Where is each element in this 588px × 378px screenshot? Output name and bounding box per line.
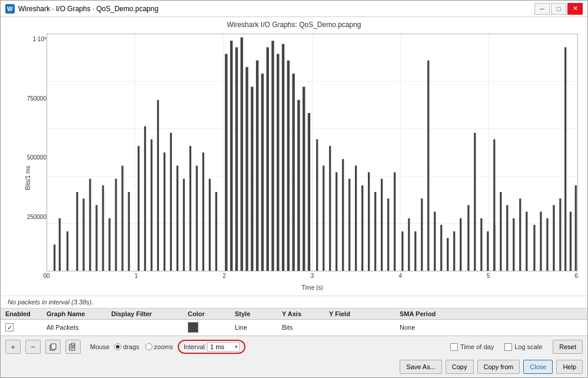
svg-rect-63 [355, 165, 357, 271]
svg-rect-74 [427, 61, 429, 271]
x-tick-1: 1 [135, 273, 138, 283]
svg-rect-40 [225, 54, 227, 271]
main-window: W Wireshark · I/O Graphs · QoS_Demo.pcap… [0, 0, 588, 378]
copy-from-button[interactable]: Copy from [477, 360, 520, 374]
drags-radio[interactable] [114, 343, 121, 350]
svg-rect-20 [89, 179, 91, 271]
svg-rect-53 [292, 74, 294, 271]
paste-graph-button[interactable] [65, 340, 81, 354]
time-of-day-option[interactable]: Time of day [450, 343, 494, 351]
row-style: Line [235, 324, 282, 331]
chart-title: Wireshark I/O Graphs: QoS_Demo.pcapng [1, 17, 587, 31]
svg-rect-26 [128, 192, 129, 271]
minimize-button[interactable]: ─ [534, 3, 550, 15]
close-button[interactable]: Close [523, 360, 553, 374]
svg-rect-18 [76, 192, 78, 271]
paste-icon [69, 343, 77, 351]
svg-rect-22 [102, 185, 104, 271]
col-header-graph-name: Graph Name [46, 310, 111, 317]
col-header-enabled: Enabled [5, 310, 46, 317]
svg-rect-59 [329, 146, 331, 271]
y-axis-ticks: 1·10⁶ 750000 500000 250000 0 [5, 34, 46, 291]
log-scale-checkbox[interactable] [504, 343, 512, 351]
svg-rect-58 [323, 165, 324, 271]
log-scale-option[interactable]: Log scale [504, 343, 542, 351]
svg-rect-48 [266, 47, 268, 271]
time-of-day-label: Time of day [460, 343, 494, 350]
y-axis-label: Bits/1 ms [25, 165, 31, 190]
enabled-checkbox[interactable] [5, 323, 14, 331]
svg-rect-30 [157, 100, 159, 271]
copy-graph-button[interactable] [45, 340, 61, 354]
svg-rect-39 [215, 192, 217, 271]
status-bar: No packets in interval (3.38s). [1, 296, 587, 308]
svg-rect-76 [440, 225, 442, 271]
x-tick-4: 4 [398, 273, 402, 283]
svg-rect-51 [282, 44, 284, 271]
svg-rect-69 [394, 173, 396, 271]
svg-rect-45 [251, 87, 253, 271]
svg-rect-55 [303, 87, 305, 271]
chart-plot-area: Bits/1 ms [46, 34, 578, 291]
reset-button[interactable]: Reset [553, 340, 583, 354]
svg-rect-85 [500, 192, 501, 271]
interval-select[interactable]: 1 ms 10 ms 100 ms 1 s [207, 342, 240, 352]
svg-rect-100 [51, 344, 56, 349]
bottom-toolbar: + − Mouse drags zoom [1, 336, 587, 357]
window-title: Wireshark · I/O Graphs · QoS_Demo.pcapng [18, 5, 534, 13]
time-of-day-checkbox[interactable] [450, 343, 458, 351]
svg-rect-81 [474, 133, 476, 271]
svg-rect-19 [82, 198, 84, 271]
bottom-actions-row: Save As... Copy Copy from Close Help [1, 357, 587, 377]
svg-rect-102 [71, 343, 75, 345]
close-window-button[interactable]: ✕ [567, 3, 583, 15]
save-as-button[interactable]: Save As... [400, 360, 442, 374]
col-header-style: Style [235, 310, 282, 317]
svg-rect-32 [170, 133, 172, 271]
svg-rect-21 [95, 205, 97, 271]
x-axis-ticks: 0 1 2 3 4 5 6 [46, 271, 578, 283]
svg-rect-79 [460, 218, 461, 271]
x-tick-6: 6 [574, 273, 578, 283]
svg-rect-92 [540, 212, 542, 271]
col-header-y-axis: Y Axis [282, 310, 329, 317]
maximize-button[interactable]: □ [551, 3, 566, 15]
zooms-option[interactable]: zooms [145, 343, 173, 350]
y-tick-1m: 1·10⁶ [33, 36, 46, 42]
svg-rect-34 [183, 179, 185, 271]
drags-option[interactable]: drags [114, 343, 139, 350]
svg-rect-29 [151, 140, 152, 271]
svg-rect-98 [575, 185, 577, 271]
color-box[interactable] [188, 322, 198, 333]
row-color-cell[interactable] [188, 322, 235, 333]
title-bar: W Wireshark · I/O Graphs · QoS_Demo.pcap… [1, 1, 587, 17]
interval-group: Interval 1 ms 10 ms 100 ms 1 s [178, 340, 245, 354]
y-tick-250k: 250000 [27, 214, 46, 220]
svg-rect-44 [245, 67, 248, 271]
svg-rect-82 [480, 218, 482, 271]
svg-rect-61 [342, 159, 344, 271]
svg-rect-25 [121, 165, 123, 271]
chart-canvas[interactable] [46, 34, 578, 271]
svg-rect-41 [230, 41, 232, 271]
svg-rect-16 [59, 218, 61, 271]
copy-button[interactable]: Copy [446, 360, 474, 374]
row-enabled-cell[interactable] [5, 323, 46, 331]
svg-rect-93 [546, 218, 548, 271]
table-row[interactable]: All Packets Line Bits None [1, 320, 587, 336]
svg-rect-17 [67, 231, 68, 271]
svg-rect-97 [570, 212, 572, 271]
zooms-radio[interactable] [145, 343, 152, 350]
svg-rect-87 [513, 218, 514, 271]
help-button[interactable]: Help [556, 360, 583, 374]
row-sma: None [400, 324, 459, 331]
svg-rect-60 [335, 173, 337, 271]
svg-rect-57 [316, 140, 318, 271]
svg-rect-36 [196, 165, 198, 271]
col-header-y-field: Y Field [329, 310, 400, 317]
add-graph-button[interactable]: + [5, 340, 21, 354]
svg-rect-66 [374, 192, 376, 271]
svg-rect-42 [235, 47, 238, 271]
remove-graph-button[interactable]: − [25, 340, 41, 354]
interval-select-wrapper: 1 ms 10 ms 100 ms 1 s [207, 342, 240, 352]
